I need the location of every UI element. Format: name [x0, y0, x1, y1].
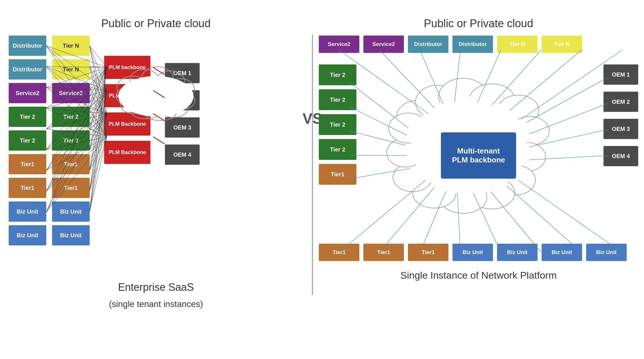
svg-line-85: [153, 90, 165, 98]
svg-line-109: [492, 50, 541, 105]
svg-point-101: [387, 138, 424, 167]
right-bizunit-2: Biz Unit: [497, 244, 538, 261]
svg-line-126: [491, 192, 541, 252]
right-right-col: OEM 1 OEM 2 OEM 3 OEM 4: [603, 64, 638, 166]
right-tier1-2: Tier1: [363, 244, 404, 261]
right-tier2-4: Tier 2: [319, 139, 356, 160]
node-tier2-1: Tier 2: [9, 107, 46, 127]
svg-line-119: [530, 129, 608, 147]
right-cloud-title: Public or Private cloud: [424, 17, 533, 30]
svg-line-115: [351, 155, 407, 156]
right-oem-2: OEM 2: [603, 92, 638, 112]
svg-point-98: [439, 182, 487, 213]
oem-box-2: OEM 2: [165, 90, 200, 110]
svg-point-102: [389, 113, 428, 143]
node-bizunit-1: Biz Unit: [9, 201, 46, 222]
right-panel: Public or Private cloud: [313, 0, 644, 359]
node-tiern-1: Tier N: [52, 36, 90, 56]
right-bizunit-1: Biz Unit: [452, 244, 493, 261]
node-bizunit-2: Biz Unit: [9, 225, 46, 245]
svg-line-128: [518, 180, 622, 252]
svg-line-86: [153, 114, 165, 121]
svg-line-122: [380, 187, 435, 252]
node-distributor-1: Distributor: [9, 36, 46, 56]
svg-line-84: [153, 67, 165, 75]
left-bottom-label2: (single tenant instances): [109, 299, 203, 309]
svg-line-117: [527, 77, 608, 122]
svg-line-113: [351, 107, 407, 135]
plm-box-3: PLM Backbone: [104, 112, 150, 136]
oem-box-1: OEM 1: [165, 63, 200, 83]
plm-box-2: PLM backbone: [104, 84, 150, 107]
svg-line-106: [420, 50, 443, 103]
node-tier1-4: Tier1: [52, 178, 90, 198]
right-left-col: Tier 2 Tier 2 Tier 2 Tier 2 Tier1: [319, 64, 356, 185]
right-oem-3: OEM 3: [603, 119, 638, 139]
node-service2-2: Service2: [52, 83, 90, 103]
right-service2-2: Service2: [363, 36, 404, 53]
multitenant-box: Multi-tenantPLM backbone: [441, 132, 516, 179]
svg-line-87: [153, 137, 165, 144]
svg-line-116: [351, 169, 410, 179]
right-distributor-2: Distributor: [452, 36, 493, 53]
left-col1: Distributor Distributor Service2 Tier 2 …: [9, 36, 46, 245]
right-top-row: Service2 Service2 Distributor Distributo…: [319, 36, 582, 53]
svg-line-112: [351, 83, 409, 128]
svg-line-114: [351, 131, 406, 145]
svg-line-127: [507, 186, 582, 252]
right-oem-4: OEM 4: [603, 146, 638, 166]
node-tier2-3: Tier 2: [52, 107, 90, 127]
svg-line-110: [509, 50, 582, 111]
svg-line-108: [478, 50, 501, 102]
right-service2-1: Service2: [319, 36, 359, 53]
left-diagram: Distributor Distributor Service2 Tier 2 …: [0, 33, 312, 293]
svg-line-105: [380, 50, 435, 108]
right-bizunit-3: Biz Unit: [542, 244, 582, 261]
right-oem-1: OEM 1: [603, 64, 638, 85]
node-tier2-2: Tier 2: [9, 130, 46, 151]
node-tier2-4: Tier 2: [52, 130, 90, 151]
node-tier1-2: Tier1: [9, 178, 46, 198]
node-tier1-1: Tier1: [9, 154, 46, 174]
svg-line-120: [529, 156, 608, 160]
node-distributor-2: Distributor: [9, 59, 46, 79]
right-bottom-row: Tier1 Tier1 Tier1 Biz Unit Biz Unit Biz …: [319, 244, 627, 261]
right-tier1-1: Tier1: [319, 244, 359, 261]
svg-line-121: [339, 180, 426, 252]
right-bizunit-4: Biz Unit: [586, 244, 627, 261]
svg-point-99: [413, 178, 456, 208]
right-tiern-2: Tier N: [542, 36, 582, 53]
left-cloud-title: Public or Private cloud: [101, 17, 211, 30]
node-bizunit-3: Biz Unit: [52, 201, 90, 222]
node-service2-1: Service2: [9, 83, 46, 103]
svg-point-93: [497, 95, 539, 126]
svg-point-89: [397, 101, 437, 132]
plm-box-1: PLM backbone: [104, 56, 150, 79]
svg-point-90: [415, 85, 459, 119]
svg-point-92: [469, 84, 515, 117]
svg-line-123: [420, 191, 446, 252]
left-col2: Tier N Tier N Service2 Tier 2 Tier 2 Tie…: [52, 36, 90, 245]
right-diagram: Service2 Service2 Distributor Distributo…: [313, 33, 644, 278]
right-tier2-1: Tier 2: [319, 64, 356, 85]
left-connections-svg: [0, 33, 312, 293]
node-tiern-2: Tier N: [52, 59, 90, 79]
right-tier2-2: Tier 2: [319, 89, 356, 110]
left-panel: Public or Private cloud: [0, 0, 312, 359]
plm-box-4: PLM Backbone: [104, 141, 150, 164]
right-tiern-1: Tier N: [497, 36, 538, 53]
main-container: Public or Private cloud: [0, 0, 644, 359]
oem-box-4: OEM 4: [165, 145, 200, 165]
plm-col: PLM backbone PLM backbone PLM Backbone P…: [104, 56, 150, 164]
right-tier1-3: Tier1: [408, 244, 448, 261]
svg-point-91: [439, 78, 488, 114]
svg-point-97: [470, 177, 515, 209]
svg-point-100: [393, 163, 433, 192]
svg-line-107: [455, 50, 460, 102]
right-tier2-3: Tier 2: [319, 114, 356, 135]
oem-col-left: OEM 1 OEM 2 OEM 3 OEM 4: [165, 63, 200, 165]
oem-box-3: OEM 3: [165, 117, 200, 138]
right-tier1-left: Tier1: [319, 164, 356, 185]
svg-line-118: [530, 103, 608, 134]
right-distributor-1: Distributor: [408, 36, 448, 53]
